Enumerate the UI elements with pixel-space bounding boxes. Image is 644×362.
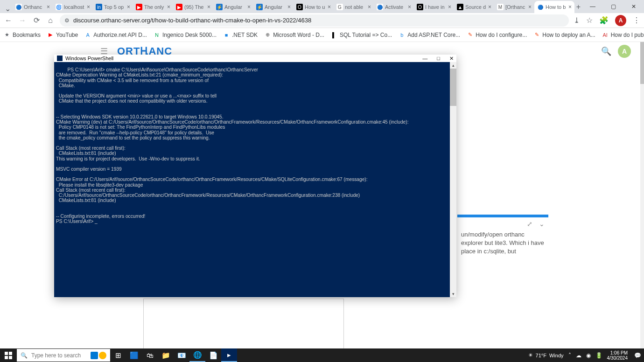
tab-close-icon[interactable]: × [287,4,291,10]
back-button[interactable]: ← [4,16,13,25]
bookmark-item[interactable]: AAuthorize.net API D... [84,32,147,38]
tab-close-icon[interactable]: × [87,4,90,10]
new-tab-button[interactable]: + [574,1,582,13]
browser-tab[interactable]: OI have in× [414,1,454,13]
browser-tab[interactable]: 🔵How to b× [534,1,574,13]
bookmark-item[interactable]: NIngenico Desk 5000... [154,32,217,38]
tab-close-icon[interactable]: × [328,4,331,10]
tray-chevron[interactable]: ˄ [568,352,571,359]
bookmark-label: Microsoft Word - D... [273,32,324,38]
scroll-thumb[interactable] [450,69,456,106]
install-app-icon[interactable]: ⤓ [574,16,580,25]
taskbar-chrome[interactable]: 🌐 [189,348,205,362]
taskbar-notepad[interactable]: 📄 [205,348,221,362]
bookmark-favicon: ▌ [331,32,337,38]
taskbar-explorer[interactable]: 📁 [158,348,174,362]
browser-tab[interactable]: OHow to u× [294,1,334,13]
scroll-down-arrow[interactable]: ▾ [450,291,456,297]
bookmark-star-icon[interactable]: ☆ [586,16,593,25]
tab-close-icon[interactable]: × [167,4,170,10]
browser-tab[interactable]: Gnot able× [334,1,374,13]
window-close[interactable]: ✕ [623,0,644,13]
taskbar-edge[interactable]: 🟦 [126,348,142,362]
browser-tab[interactable]: inTop 5 op× [93,1,133,13]
browser-tab[interactable]: ⚡Angular× [213,1,253,13]
tab-close-icon[interactable]: × [47,4,50,10]
tab-label: Angular [224,4,245,10]
browser-tab[interactable]: ⚡Angular× [253,1,294,13]
bookmark-item[interactable]: ★Bookmarks [4,32,41,38]
taskbar-clock[interactable]: 1:06 PM 4/30/2024 [607,350,630,361]
task-view-button[interactable]: ⊞ [110,348,126,362]
tab-close-icon[interactable]: × [528,4,532,10]
tab-search-dropdown[interactable]: ⌄ [5,4,11,13]
bookmark-favicon: AI [602,32,609,38]
start-button[interactable] [0,348,17,362]
window-minimize[interactable]: — [582,0,603,13]
tab-close-icon[interactable]: × [127,4,130,10]
bookmark-item[interactable]: ✎How do I configure... [467,32,527,38]
weather-widget[interactable]: ☀ 71°F Windy [528,352,564,358]
taskbar-powershell[interactable]: ▸ [221,348,237,362]
chrome-menu-icon[interactable]: ⋮ [633,16,640,25]
bookmark-item[interactable]: ⊕Microsoft Word - D... [264,32,324,38]
user-avatar[interactable]: A [618,45,631,58]
tab-close-icon[interactable]: × [368,4,371,10]
powershell-title-text: Windows PowerShell [65,56,113,61]
ps-maximize[interactable]: □ [437,56,440,62]
taskbar-store[interactable]: 🛍 [142,348,158,362]
browser-tab[interactable]: M[Orthanc× [494,1,534,13]
windows-taskbar: 🔍 Type here to search ⊞ 🟦 🛍 📁 📧 🌐 📄 ▸ ☀ … [0,348,644,362]
forward-button[interactable]: → [18,16,27,25]
svg-rect-1 [9,352,12,355]
bookmark-item[interactable]: ■.NET SDK [223,32,258,38]
bookmark-bar: ★Bookmarks▶YouTubeAAuthorize.net API D..… [0,28,644,42]
taskbar-outlook[interactable]: 📧 [174,348,189,362]
notification-icon[interactable]: 💬 [634,352,641,359]
tray-onedrive-icon[interactable]: ☁ [576,352,581,359]
search-icon[interactable]: 🔍 [601,46,611,56]
chrome-profile-avatar[interactable]: A [615,15,626,26]
address-bar[interactable]: ⚙ discourse.orthanc-server.org/t/how-to-… [60,14,569,27]
tab-close-icon[interactable]: × [488,4,491,10]
window-maximize[interactable]: ▢ [603,0,623,13]
tab-close-icon[interactable]: × [448,4,451,10]
chevron-down-icon[interactable]: ⌄ [539,220,545,228]
ps-scrollbar[interactable]: ▴ ▾ [450,62,456,297]
tab-favicon: ▶ [176,4,182,10]
home-button[interactable]: ⌂ [46,16,55,25]
expand-icon[interactable]: ⤢ [527,220,532,228]
browser-tab[interactable]: ▶(95) The× [173,1,213,13]
browser-tab[interactable]: 🔵Orthanc× [13,1,53,13]
ps-close[interactable]: ✕ [449,56,454,62]
tab-close-icon[interactable]: × [247,4,251,10]
svg-rect-3 [9,356,12,359]
bookmark-favicon: ■ [223,32,230,38]
page-scrollbar[interactable] [640,42,644,348]
browser-tab[interactable]: ▶The only× [133,1,173,13]
ps-minimize[interactable]: — [422,56,427,62]
extensions-icon[interactable]: 🧩 [599,16,609,25]
bookmark-item[interactable]: ✎How to deploy an A... [533,32,595,38]
scroll-up-arrow[interactable]: ▴ [450,62,456,69]
powershell-icon [57,56,63,61]
bookmark-item[interactable]: ▶YouTube [47,32,78,38]
tab-close-icon[interactable]: × [408,4,411,10]
tray-meet-icon[interactable]: ◉ [586,352,591,359]
tab-close-icon[interactable]: × [568,4,572,10]
bookmark-item[interactable]: bAdd ASP.NET Core... [399,32,460,38]
taskbar-search[interactable]: 🔍 Type here to search [17,349,110,362]
reload-button[interactable]: ⟳ [32,16,41,25]
bookmark-label: .NET SDK [232,32,258,38]
bookmark-item[interactable]: ▌SQL Tutorial => Co... [331,32,392,38]
bookmark-item[interactable]: AIHow do I publish a ... [602,32,644,38]
browser-tab[interactable]: 🌀localhost× [53,1,93,13]
powershell-terminal[interactable]: PS C:\Users\Arif> cmake C:\Users\Arif\so… [54,62,456,297]
tray-battery-icon[interactable]: 🔋 [595,352,602,359]
browser-tab[interactable]: ▲Source d× [454,1,494,13]
editor-textarea[interactable] [143,299,344,348]
powershell-titlebar[interactable]: Windows PowerShell — □ ✕ [54,55,456,62]
tab-close-icon[interactable]: × [207,4,210,10]
site-info-icon[interactable]: ⚙ [64,17,70,24]
browser-tab[interactable]: 🔵Activate× [374,1,414,13]
